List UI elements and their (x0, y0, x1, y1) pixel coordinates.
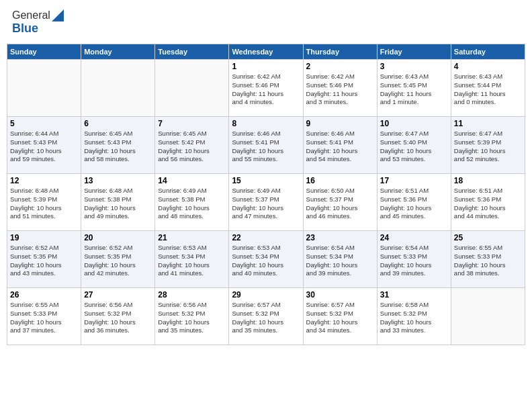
weekday-header-cell: Friday (377, 44, 451, 60)
calendar-day-cell: 8Sunrise: 6:46 AMSunset: 5:41 PMDaylight… (229, 117, 303, 174)
day-info: Sunrise: 6:51 AMSunset: 5:36 PMDaylight:… (380, 187, 448, 221)
day-number: 31 (380, 290, 448, 300)
calendar-day-cell: 11Sunrise: 6:47 AMSunset: 5:39 PMDayligh… (451, 117, 525, 174)
day-info: Sunrise: 6:57 AMSunset: 5:32 PMDaylight:… (306, 301, 374, 335)
day-info: Sunrise: 6:48 AMSunset: 5:38 PMDaylight:… (84, 187, 152, 221)
calendar-day-cell: 6Sunrise: 6:45 AMSunset: 5:43 PMDaylight… (81, 117, 155, 174)
calendar-day-cell (7, 60, 81, 117)
weekday-header-cell: Wednesday (229, 44, 303, 60)
day-number: 9 (306, 119, 374, 128)
calendar-day-cell: 21Sunrise: 6:53 AMSunset: 5:34 PMDayligh… (155, 231, 229, 288)
day-number: 7 (158, 119, 226, 128)
svg-marker-0 (52, 9, 64, 21)
day-number: 25 (454, 233, 522, 242)
logo-blue-text: Blue (12, 21, 64, 36)
calendar-body: 1Sunrise: 6:42 AMSunset: 5:46 PMDaylight… (7, 60, 525, 345)
day-info: Sunrise: 6:51 AMSunset: 5:36 PMDaylight:… (454, 187, 522, 221)
calendar-day-cell: 12Sunrise: 6:48 AMSunset: 5:39 PMDayligh… (7, 174, 81, 231)
calendar-day-cell: 10Sunrise: 6:47 AMSunset: 5:40 PMDayligh… (377, 117, 451, 174)
day-info: Sunrise: 6:42 AMSunset: 5:46 PMDaylight:… (232, 73, 300, 107)
day-number: 14 (158, 176, 226, 185)
day-info: Sunrise: 6:43 AMSunset: 5:45 PMDaylight:… (380, 73, 448, 107)
day-number: 22 (232, 233, 300, 242)
calendar-week-row: 5Sunrise: 6:44 AMSunset: 5:43 PMDaylight… (7, 117, 525, 174)
day-info: Sunrise: 6:52 AMSunset: 5:35 PMDaylight:… (10, 244, 78, 278)
calendar-day-cell (81, 60, 155, 117)
calendar-week-row: 1Sunrise: 6:42 AMSunset: 5:46 PMDaylight… (7, 60, 525, 117)
calendar-day-cell: 31Sunrise: 6:58 AMSunset: 5:32 PMDayligh… (377, 288, 451, 345)
calendar-day-cell: 29Sunrise: 6:57 AMSunset: 5:32 PMDayligh… (229, 288, 303, 345)
calendar-day-cell: 26Sunrise: 6:55 AMSunset: 5:33 PMDayligh… (7, 288, 81, 345)
calendar-day-cell: 14Sunrise: 6:49 AMSunset: 5:38 PMDayligh… (155, 174, 229, 231)
calendar-day-cell (155, 60, 229, 117)
day-info: Sunrise: 6:53 AMSunset: 5:34 PMDaylight:… (158, 244, 226, 278)
calendar-day-cell: 24Sunrise: 6:54 AMSunset: 5:33 PMDayligh… (377, 231, 451, 288)
day-number: 5 (10, 119, 78, 128)
day-info: Sunrise: 6:56 AMSunset: 5:32 PMDaylight:… (84, 301, 152, 335)
day-number: 13 (84, 176, 152, 185)
day-number: 18 (454, 176, 522, 185)
day-info: Sunrise: 6:55 AMSunset: 5:33 PMDaylight:… (10, 301, 78, 335)
day-info: Sunrise: 6:54 AMSunset: 5:34 PMDaylight:… (306, 244, 374, 278)
day-number: 17 (380, 176, 448, 185)
day-number: 12 (10, 176, 78, 185)
calendar-day-cell: 5Sunrise: 6:44 AMSunset: 5:43 PMDaylight… (7, 117, 81, 174)
weekday-header-cell: Saturday (451, 44, 525, 60)
calendar-day-cell: 15Sunrise: 6:49 AMSunset: 5:37 PMDayligh… (229, 174, 303, 231)
calendar-week-row: 12Sunrise: 6:48 AMSunset: 5:39 PMDayligh… (7, 174, 525, 231)
day-info: Sunrise: 6:57 AMSunset: 5:32 PMDaylight:… (232, 301, 300, 335)
day-number: 1 (232, 62, 300, 71)
weekday-header-row: SundayMondayTuesdayWednesdayThursdayFrid… (7, 44, 525, 60)
day-info: Sunrise: 6:47 AMSunset: 5:39 PMDaylight:… (454, 130, 522, 164)
day-number: 21 (158, 233, 226, 242)
day-number: 26 (10, 290, 78, 300)
calendar-day-cell: 13Sunrise: 6:48 AMSunset: 5:38 PMDayligh… (81, 174, 155, 231)
calendar-day-cell: 2Sunrise: 6:42 AMSunset: 5:46 PMDaylight… (303, 60, 377, 117)
logo-general-text: General (12, 9, 50, 21)
logo-arrow-icon (52, 9, 64, 21)
calendar-day-cell: 16Sunrise: 6:50 AMSunset: 5:37 PMDayligh… (303, 174, 377, 231)
calendar-week-row: 19Sunrise: 6:52 AMSunset: 5:35 PMDayligh… (7, 231, 525, 288)
logo: General Blue (12, 9, 64, 36)
day-number: 6 (84, 119, 152, 128)
calendar-day-cell: 4Sunrise: 6:43 AMSunset: 5:44 PMDaylight… (451, 60, 525, 117)
day-info: Sunrise: 6:46 AMSunset: 5:41 PMDaylight:… (306, 130, 374, 164)
day-info: Sunrise: 6:48 AMSunset: 5:39 PMDaylight:… (10, 187, 78, 221)
day-info: Sunrise: 6:49 AMSunset: 5:38 PMDaylight:… (158, 187, 226, 221)
calendar-day-cell: 27Sunrise: 6:56 AMSunset: 5:32 PMDayligh… (81, 288, 155, 345)
day-number: 11 (454, 119, 522, 128)
calendar-table: SundayMondayTuesdayWednesdayThursdayFrid… (7, 44, 525, 345)
day-info: Sunrise: 6:42 AMSunset: 5:46 PMDaylight:… (306, 73, 374, 107)
weekday-header-cell: Thursday (303, 44, 377, 60)
day-info: Sunrise: 6:45 AMSunset: 5:43 PMDaylight:… (84, 130, 152, 164)
day-number: 4 (454, 62, 522, 71)
day-info: Sunrise: 6:56 AMSunset: 5:32 PMDaylight:… (158, 301, 226, 335)
day-info: Sunrise: 6:49 AMSunset: 5:37 PMDaylight:… (232, 187, 300, 221)
day-number: 27 (84, 290, 152, 300)
day-number: 2 (306, 62, 374, 71)
day-info: Sunrise: 6:54 AMSunset: 5:33 PMDaylight:… (380, 244, 448, 278)
day-number: 16 (306, 176, 374, 185)
calendar-day-cell: 18Sunrise: 6:51 AMSunset: 5:36 PMDayligh… (451, 174, 525, 231)
calendar-day-cell: 25Sunrise: 6:55 AMSunset: 5:33 PMDayligh… (451, 231, 525, 288)
day-number: 20 (84, 233, 152, 242)
calendar-day-cell: 28Sunrise: 6:56 AMSunset: 5:32 PMDayligh… (155, 288, 229, 345)
day-info: Sunrise: 6:53 AMSunset: 5:34 PMDaylight:… (232, 244, 300, 278)
day-number: 15 (232, 176, 300, 185)
calendar-day-cell: 17Sunrise: 6:51 AMSunset: 5:36 PMDayligh… (377, 174, 451, 231)
calendar-day-cell: 23Sunrise: 6:54 AMSunset: 5:34 PMDayligh… (303, 231, 377, 288)
day-number: 24 (380, 233, 448, 242)
day-info: Sunrise: 6:46 AMSunset: 5:41 PMDaylight:… (232, 130, 300, 164)
calendar-day-cell: 1Sunrise: 6:42 AMSunset: 5:46 PMDaylight… (229, 60, 303, 117)
calendar-week-row: 26Sunrise: 6:55 AMSunset: 5:33 PMDayligh… (7, 288, 525, 345)
calendar-day-cell: 19Sunrise: 6:52 AMSunset: 5:35 PMDayligh… (7, 231, 81, 288)
page-header: General Blue (7, 7, 525, 38)
day-number: 3 (380, 62, 448, 71)
weekday-header-cell: Monday (81, 44, 155, 60)
calendar-day-cell: 30Sunrise: 6:57 AMSunset: 5:32 PMDayligh… (303, 288, 377, 345)
day-number: 28 (158, 290, 226, 300)
day-info: Sunrise: 6:55 AMSunset: 5:33 PMDaylight:… (454, 244, 522, 278)
day-info: Sunrise: 6:58 AMSunset: 5:32 PMDaylight:… (380, 301, 448, 335)
calendar-day-cell: 20Sunrise: 6:52 AMSunset: 5:35 PMDayligh… (81, 231, 155, 288)
calendar-day-cell: 7Sunrise: 6:45 AMSunset: 5:42 PMDaylight… (155, 117, 229, 174)
